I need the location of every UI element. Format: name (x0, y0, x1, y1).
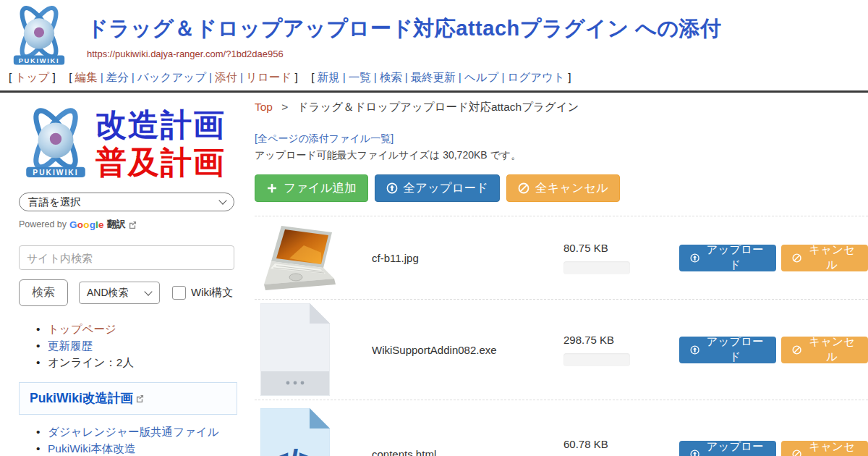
nav-item-recent[interactable]: 最終更新 (411, 71, 456, 83)
sidebar-online-count: オンライン：2人 (48, 356, 134, 368)
file-size-cell: 60.78 KB (563, 438, 669, 456)
list-item: 更新履歴 (36, 337, 250, 354)
file-size: 60.78 KB (563, 438, 669, 450)
separator: | (209, 71, 212, 83)
file-row: cf-b11.jpg 80.75 KB アップロード キャンセル (255, 216, 868, 299)
html-code-file-icon: </> (260, 408, 330, 456)
sidebar-top-links: トップページ 更新履歴 オンライン：2人 (19, 321, 250, 371)
search-button[interactable]: 検索 (19, 279, 68, 306)
sidebar: PUKIWIKI 改造計画 普及計画 言語を選択 Powered by Goog… (0, 93, 250, 456)
max-upload-size-text: アップロード可能最大ファイルサイズは 30,720KB です。 (255, 149, 868, 162)
separator: | (343, 71, 346, 83)
circle-arrow-up-icon (386, 182, 398, 194)
sidebar-bottom-links: ダジャレンジャー版共通ファイル PukiWiki本体改造 PukiWikiテキス… (19, 423, 250, 456)
content-layout: PUKIWIKI 改造計画 普及計画 言語を選択 Powered by Goog… (0, 93, 868, 456)
nav-item-edit[interactable]: 編集 (75, 71, 98, 83)
nav-item-help[interactable]: ヘルプ (464, 71, 499, 83)
chevron-down-icon (218, 196, 226, 204)
file-name: contents.html (372, 448, 563, 456)
add-files-button[interactable]: ファイル追加 (255, 174, 368, 202)
breadcrumb: Top > ドラッグ＆ドロップアップロード対応attachプラグイン (255, 100, 868, 115)
upload-button[interactable]: アップロード (679, 441, 776, 456)
breadcrumb-current: ドラッグ＆ドロップアップロード対応attachプラグイン (297, 101, 579, 113)
breadcrumb-home-link[interactable]: Top (255, 101, 273, 113)
pukiwiki-atom-logo[interactable]: PUKIWIKI (7, 4, 71, 68)
upload-label: アップロード (705, 334, 765, 365)
separator: | (132, 71, 135, 83)
file-size-cell: 298.75 KB (563, 334, 669, 366)
file-row: </> contents.html 60.78 KB アップロード キャンセル (255, 400, 868, 456)
upload-button[interactable]: アップロード (679, 245, 776, 271)
header-text-block: ドラッグ＆ドロップアップロード対応attachプラグイン への添付 https:… (87, 4, 722, 59)
bracket: [ (69, 71, 72, 83)
cancel-button[interactable]: キャンセル (781, 337, 868, 363)
sidebar-banner[interactable]: PUKIWIKI 改造計画 普及計画 (19, 104, 250, 182)
sidebar-item-recent-changes[interactable]: 更新履歴 (48, 339, 93, 352)
plus-icon (266, 182, 278, 194)
file-thumbnail-cell (255, 303, 372, 396)
code-glyph: </> (271, 443, 317, 456)
nav-item-attach[interactable]: 添付 (215, 71, 237, 83)
progress-bar (563, 261, 630, 274)
translate-link[interactable]: 翻訳 (107, 218, 126, 231)
search-controls: 検索 AND検索 Wiki構文 (19, 279, 250, 306)
powered-by-label: Powered by (19, 219, 67, 229)
separator: | (501, 71, 504, 83)
file-actions: アップロード キャンセル (679, 245, 868, 271)
progress-bar (563, 353, 630, 366)
add-files-label: ファイル追加 (284, 180, 357, 196)
sidebar-item-top-page[interactable]: トップページ (48, 323, 116, 335)
breadcrumb-separator: > (281, 101, 288, 113)
sidebar-panel-title-link[interactable]: PukiWiki改造計画 (30, 391, 133, 405)
sidebar-panel: PukiWiki改造計画 (19, 382, 237, 415)
logo-wordmark: PUKIWIKI (33, 169, 78, 177)
site-search-input[interactable] (19, 245, 234, 270)
ban-icon (792, 449, 801, 456)
cancel-button[interactable]: キャンセル (781, 245, 868, 271)
file-actions: アップロード キャンセル (679, 337, 868, 363)
upload-all-button[interactable]: 全アップロード (375, 174, 500, 202)
file-name: cf-b11.jpg (372, 252, 563, 264)
language-select[interactable]: 言語を選択 (19, 193, 234, 211)
file-size: 298.75 KB (563, 334, 669, 346)
wiki-syntax-checkbox[interactable] (172, 286, 186, 300)
nav-item-search[interactable]: 検索 (380, 71, 402, 83)
file-name: WikiSupportAddin082.exe (372, 344, 563, 356)
pukiwiki-atom-logo-small: PUKIWIKI (19, 104, 93, 182)
cancel-button[interactable]: キャンセル (781, 441, 868, 456)
nav-item-diff[interactable]: 差分 (106, 71, 129, 83)
nav-item-reload[interactable]: リロード (246, 71, 292, 83)
cancel-all-label: 全キャンセル (535, 180, 608, 196)
language-select-value: 言語を選択 (28, 195, 81, 209)
sidebar-item-common-files[interactable]: ダジャレンジャー版共通ファイル (48, 426, 219, 438)
list-item: オンライン：2人 (36, 354, 250, 371)
upload-button[interactable]: アップロード (679, 337, 776, 363)
external-link-icon (136, 394, 144, 402)
nav-item-new[interactable]: 新規 (318, 71, 340, 83)
upload-toolbar: ファイル追加 全アップロード 全キャンセル (255, 174, 868, 202)
nav-item-logout[interactable]: ログアウト (508, 71, 565, 83)
sidebar-item-core-mod[interactable]: PukiWiki本体改造 (48, 442, 135, 455)
upload-label: アップロード (705, 242, 765, 273)
search-mode-value: AND検索 (87, 287, 129, 300)
nav-group-site: [ 新規|一覧|検索|最終更新|ヘルプ|ログアウト ] (311, 71, 571, 83)
file-size-cell: 80.75 KB (563, 242, 669, 274)
bracket: [ (9, 71, 12, 83)
banner-line-fukyu: 普及計画 (95, 143, 226, 181)
list-item: PukiWiki本体改造 (36, 440, 250, 456)
file-thumbnail-cell: </> (255, 408, 372, 456)
nav-item-list[interactable]: 一覧 (349, 71, 371, 83)
bracket: ] (568, 71, 571, 83)
google-translate-attribution: Powered by Google 翻訳 (19, 218, 250, 231)
page-url[interactable]: https://pukiwiki.dajya-ranger.com/?1bd2d… (87, 48, 722, 59)
nav-item-backup[interactable]: バックアップ (137, 71, 206, 83)
all-attachments-link[interactable]: [全ページの添付ファイル一覧] (255, 132, 393, 145)
separator: | (459, 71, 461, 83)
search-mode-select[interactable]: AND検索 (79, 282, 160, 304)
separator: | (405, 71, 408, 83)
google-logo: Google (69, 219, 104, 230)
main-content: Top > ドラッグ＆ドロップアップロード対応attachプラグイン [全ページ… (250, 93, 868, 456)
nav-item-top[interactable]: トップ (15, 71, 50, 83)
ban-icon (792, 253, 801, 263)
cancel-all-button[interactable]: 全キャンセル (506, 174, 620, 202)
